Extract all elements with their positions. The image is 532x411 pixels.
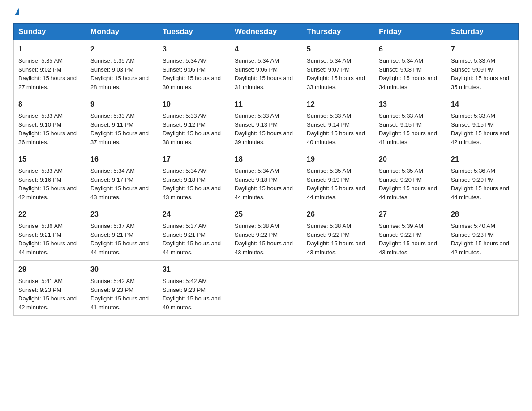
day-sunrise: Sunrise: 5:41 AM (18, 278, 63, 284)
day-sunrise: Sunrise: 5:33 AM (90, 112, 135, 119)
day-number: 29 (18, 264, 81, 275)
calendar-cell: 6Sunrise: 5:34 AMSunset: 9:08 PMDaylight… (374, 40, 446, 95)
day-number: 12 (307, 99, 369, 110)
day-sunrise: Sunrise: 5:38 AM (307, 223, 351, 229)
calendar-cell: 2Sunrise: 5:35 AMSunset: 9:03 PMDaylight… (86, 40, 158, 95)
day-number: 22 (18, 209, 81, 220)
calendar-cell: 3Sunrise: 5:34 AMSunset: 9:05 PMDaylight… (158, 40, 230, 95)
header-saturday: Saturday (446, 24, 519, 40)
day-sunrise: Sunrise: 5:42 AM (90, 278, 135, 284)
calendar-cell (230, 261, 302, 316)
day-sunset: Sunset: 9:22 PM (235, 231, 278, 238)
day-number: 1 (18, 44, 81, 55)
day-daylight: Daylight: 15 hours and 40 minutes. (307, 130, 365, 146)
calendar-header-row: SundayMondayTuesdayWednesdayThursdayFrid… (14, 24, 519, 40)
calendar-cell: 20Sunrise: 5:35 AMSunset: 9:20 PMDayligh… (374, 150, 446, 206)
day-sunset: Sunset: 9:20 PM (451, 176, 494, 183)
calendar-cell: 18Sunrise: 5:34 AMSunset: 9:18 PMDayligh… (230, 150, 302, 206)
calendar-cell: 16Sunrise: 5:34 AMSunset: 9:17 PMDayligh… (86, 150, 158, 206)
week-row-2: 8Sunrise: 5:33 AMSunset: 9:10 PMDaylight… (14, 95, 519, 150)
day-sunrise: Sunrise: 5:36 AM (451, 167, 495, 174)
week-row-4: 22Sunrise: 5:36 AMSunset: 9:21 PMDayligh… (14, 206, 519, 261)
calendar-cell: 14Sunrise: 5:33 AMSunset: 9:15 PMDayligh… (446, 95, 519, 150)
calendar-cell: 22Sunrise: 5:36 AMSunset: 9:21 PMDayligh… (14, 206, 86, 261)
day-sunset: Sunset: 9:03 PM (90, 66, 133, 73)
day-daylight: Daylight: 15 hours and 44 minutes. (307, 185, 365, 201)
day-number: 27 (379, 209, 442, 220)
day-daylight: Daylight: 15 hours and 43 minutes. (90, 185, 149, 201)
day-daylight: Daylight: 15 hours and 39 minutes. (235, 130, 293, 146)
day-sunset: Sunset: 9:23 PM (18, 287, 61, 293)
calendar-table: SundayMondayTuesdayWednesdayThursdayFrid… (13, 23, 519, 316)
day-sunrise: Sunrise: 5:34 AM (235, 167, 279, 174)
day-sunset: Sunset: 9:14 PM (307, 121, 350, 128)
day-sunrise: Sunrise: 5:33 AM (379, 112, 423, 119)
day-daylight: Daylight: 15 hours and 44 minutes. (379, 185, 437, 201)
day-number: 2 (90, 44, 153, 55)
day-number: 18 (235, 154, 297, 165)
day-sunset: Sunset: 9:22 PM (307, 231, 350, 238)
day-sunrise: Sunrise: 5:34 AM (235, 57, 279, 64)
calendar-cell: 26Sunrise: 5:38 AMSunset: 9:22 PMDayligh… (302, 206, 374, 261)
day-sunset: Sunset: 9:23 PM (451, 231, 494, 238)
header-monday: Monday (86, 24, 158, 40)
day-sunset: Sunset: 9:17 PM (90, 176, 133, 183)
calendar-cell: 13Sunrise: 5:33 AMSunset: 9:15 PMDayligh… (374, 95, 446, 150)
day-number: 10 (163, 99, 225, 110)
day-daylight: Daylight: 15 hours and 41 minutes. (379, 130, 437, 146)
day-sunrise: Sunrise: 5:36 AM (18, 223, 63, 229)
calendar-cell: 21Sunrise: 5:36 AMSunset: 9:20 PMDayligh… (446, 150, 519, 206)
calendar-cell: 15Sunrise: 5:33 AMSunset: 9:16 PMDayligh… (14, 150, 86, 206)
day-sunset: Sunset: 9:21 PM (18, 231, 61, 238)
day-number: 14 (451, 99, 514, 110)
day-number: 21 (451, 154, 514, 165)
day-sunset: Sunset: 9:11 PM (90, 121, 133, 128)
day-sunset: Sunset: 9:10 PM (18, 121, 61, 128)
day-number: 6 (379, 44, 442, 55)
day-number: 24 (163, 209, 225, 220)
day-sunrise: Sunrise: 5:34 AM (163, 167, 207, 174)
day-sunrise: Sunrise: 5:39 AM (379, 223, 423, 229)
calendar-cell: 8Sunrise: 5:33 AMSunset: 9:10 PMDaylight… (14, 95, 86, 150)
calendar-cell: 17Sunrise: 5:34 AMSunset: 9:18 PMDayligh… (158, 150, 230, 206)
day-number: 15 (18, 154, 81, 165)
day-daylight: Daylight: 15 hours and 43 minutes. (163, 185, 221, 201)
day-sunrise: Sunrise: 5:35 AM (18, 57, 63, 64)
day-sunset: Sunset: 9:21 PM (90, 231, 133, 238)
day-number: 20 (379, 154, 442, 165)
day-sunrise: Sunrise: 5:35 AM (90, 57, 135, 64)
day-sunrise: Sunrise: 5:33 AM (307, 112, 351, 119)
calendar-cell: 10Sunrise: 5:33 AMSunset: 9:12 PMDayligh… (158, 95, 230, 150)
day-daylight: Daylight: 15 hours and 42 minutes. (18, 295, 77, 311)
day-daylight: Daylight: 15 hours and 43 minutes. (235, 240, 293, 256)
day-sunset: Sunset: 9:19 PM (307, 176, 350, 183)
day-daylight: Daylight: 15 hours and 40 minutes. (163, 295, 221, 311)
calendar-cell: 4Sunrise: 5:34 AMSunset: 9:06 PMDaylight… (230, 40, 302, 95)
day-sunset: Sunset: 9:15 PM (451, 121, 494, 128)
day-sunset: Sunset: 9:13 PM (235, 121, 278, 128)
calendar-cell: 23Sunrise: 5:37 AMSunset: 9:21 PMDayligh… (86, 206, 158, 261)
week-row-1: 1Sunrise: 5:35 AMSunset: 9:02 PMDaylight… (14, 40, 519, 95)
day-sunset: Sunset: 9:23 PM (163, 287, 206, 293)
day-number: 23 (90, 209, 153, 220)
day-sunset: Sunset: 9:21 PM (163, 231, 206, 238)
day-daylight: Daylight: 15 hours and 38 minutes. (163, 130, 221, 146)
day-daylight: Daylight: 15 hours and 44 minutes. (451, 185, 509, 201)
day-number: 31 (163, 264, 225, 275)
day-daylight: Daylight: 15 hours and 44 minutes. (235, 185, 293, 201)
day-sunset: Sunset: 9:02 PM (18, 66, 61, 73)
day-daylight: Daylight: 15 hours and 37 minutes. (90, 130, 149, 146)
day-sunset: Sunset: 9:06 PM (235, 66, 278, 73)
header-tuesday: Tuesday (158, 24, 230, 40)
day-number: 9 (90, 99, 153, 110)
calendar-cell: 5Sunrise: 5:34 AMSunset: 9:07 PMDaylight… (302, 40, 374, 95)
day-sunrise: Sunrise: 5:37 AM (90, 223, 135, 229)
calendar-cell (446, 261, 519, 316)
day-sunrise: Sunrise: 5:33 AM (451, 112, 495, 119)
day-sunset: Sunset: 9:20 PM (379, 176, 422, 183)
day-daylight: Daylight: 15 hours and 43 minutes. (379, 240, 437, 256)
day-sunset: Sunset: 9:16 PM (18, 176, 61, 183)
day-daylight: Daylight: 15 hours and 27 minutes. (18, 75, 77, 90)
calendar-cell: 7Sunrise: 5:33 AMSunset: 9:09 PMDaylight… (446, 40, 519, 95)
week-row-3: 15Sunrise: 5:33 AMSunset: 9:16 PMDayligh… (14, 150, 519, 206)
